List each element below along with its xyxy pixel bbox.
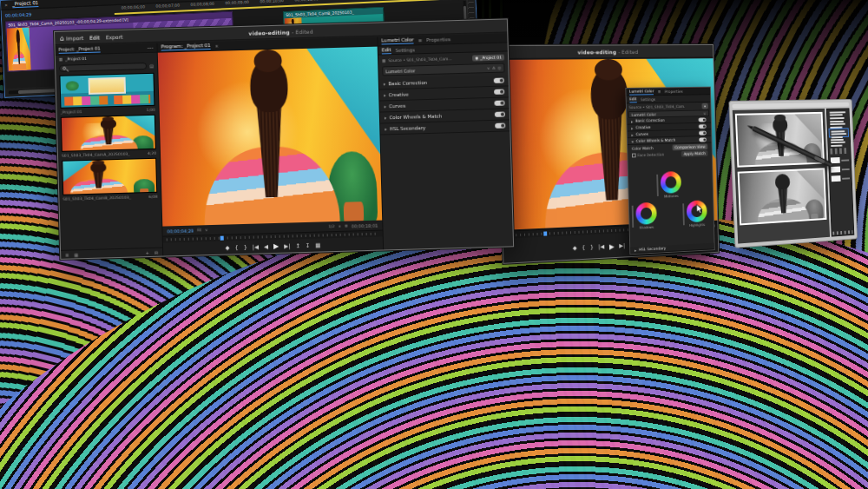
- bin-breadcrumb[interactable]: _Project 01: [65, 56, 87, 62]
- new-folder-icon[interactable]: ▤: [149, 63, 154, 69]
- section-toggle[interactable]: [495, 123, 505, 129]
- section-toggle[interactable]: [494, 101, 504, 106]
- panel-menu-icon[interactable]: ≡: [658, 89, 661, 94]
- section-toggle[interactable]: [699, 124, 707, 129]
- bin-item[interactable]: S01_Sh03_Tk04_CamB_20250103_ 6;08: [62, 158, 157, 202]
- step-forward-icon[interactable]: ▶|: [619, 242, 625, 249]
- preset-select[interactable]: Lumetri Color: [632, 112, 656, 116]
- shadows-wheel[interactable]: [635, 202, 657, 225]
- section-label: Creative: [389, 92, 409, 98]
- layer-row[interactable]: [831, 166, 850, 173]
- brush-preset[interactable]: [829, 137, 849, 147]
- brush-preset[interactable]: [828, 109, 848, 119]
- tab-project[interactable]: Project: _Project 01: [59, 46, 101, 54]
- highlights-level-slider[interactable]: [682, 203, 684, 225]
- section-hsl-secondary[interactable]: ▸ HSL Secondary: [630, 243, 714, 254]
- close-icon[interactable]: ✕: [215, 43, 219, 48]
- titlebar[interactable]: video-editing - Edited: [498, 45, 713, 59]
- list-view-icon[interactable]: ≣: [65, 252, 69, 257]
- premiere-window-back[interactable]: video-editing - Edited ◆ { } |◀ ▶ ▶| ↥ ↧…: [497, 44, 720, 264]
- midtones-wheel[interactable]: [661, 171, 681, 194]
- grid-view-icon[interactable]: ▦: [74, 252, 78, 257]
- lift-icon[interactable]: ↥: [295, 242, 300, 249]
- caret-down-icon: ∨: [205, 228, 207, 232]
- layer-row[interactable]: [832, 175, 851, 182]
- source-clip-label[interactable]: Source • S01_Sh03_Tk04_Cam…: [388, 56, 452, 63]
- section-toggle[interactable]: [699, 137, 707, 142]
- mark-out-icon[interactable]: }: [590, 244, 594, 251]
- step-back-icon[interactable]: |◀: [253, 243, 259, 250]
- menu-export[interactable]: Export: [106, 33, 123, 40]
- delete-icon[interactable]: ⊟: [155, 249, 158, 254]
- project-chip-button[interactable]: ◉ _Project 01: [472, 55, 504, 62]
- play-icon[interactable]: ▶: [273, 242, 279, 250]
- ruler-label: 00;00;08;00: [190, 2, 214, 7]
- section-toggle[interactable]: [699, 117, 707, 122]
- step-forward-icon[interactable]: ▶|: [284, 242, 290, 249]
- storyboard-frame[interactable]: [738, 168, 827, 225]
- export-frame-icon[interactable]: ▦: [315, 241, 320, 248]
- midtones-level-slider[interactable]: [656, 175, 658, 196]
- bin-item[interactable]: _Project 01 1;00: [59, 73, 155, 116]
- menu-import[interactable]: Import: [66, 35, 83, 42]
- subtab-settings[interactable]: Settings: [395, 47, 415, 53]
- tab-lumetri-color[interactable]: Lumetri Color: [629, 89, 654, 95]
- apply-match-button[interactable]: Apply Match: [681, 150, 708, 157]
- source-clip-label[interactable]: Source • S01_Sh03_Tk04_Cam…: [629, 104, 685, 109]
- tab-program[interactable]: Program: _Project 01: [161, 43, 210, 51]
- playhead-marker[interactable]: [543, 232, 547, 236]
- grid-view-icon[interactable]: ▦: [59, 57, 62, 62]
- auto-icon[interactable]: A: [492, 66, 495, 70]
- mark-in-icon[interactable]: {: [582, 244, 585, 251]
- playhead-marker[interactable]: [220, 236, 223, 241]
- bin-item[interactable]: S01_Sh03_Tk04_CamA_20250103_ 4;20: [61, 115, 156, 159]
- section-toggle[interactable]: [495, 112, 505, 117]
- marker-icon[interactable]: ◆: [573, 245, 577, 252]
- panel-menu-icon[interactable]: ≡: [418, 37, 423, 43]
- play-icon[interactable]: ▶: [609, 242, 615, 250]
- tab-properties[interactable]: Properties: [426, 36, 450, 43]
- face-detection-checkbox[interactable]: [632, 153, 636, 157]
- subtab-edit[interactable]: Edit: [382, 47, 391, 54]
- mark-in-icon[interactable]: {: [234, 244, 238, 251]
- extract-icon[interactable]: ↧: [306, 241, 311, 248]
- section-toggle[interactable]: [494, 89, 504, 95]
- photoshop-window[interactable]: [728, 99, 858, 248]
- timecode-current[interactable]: 00;00;04;29: [167, 228, 194, 234]
- subtab-edit[interactable]: Edit: [629, 96, 636, 102]
- preset-select[interactable]: Lumetri Color: [385, 68, 415, 74]
- tab-lumetri-color[interactable]: Lumetri Color: [381, 36, 413, 44]
- menu-edit[interactable]: Edit: [89, 34, 100, 40]
- section-hsl-secondary[interactable]: ▸ HSL Secondary: [380, 120, 510, 135]
- new-item-icon[interactable]: +: [146, 250, 149, 255]
- search-input[interactable]: [59, 63, 147, 72]
- marker-icon[interactable]: ◆: [225, 244, 229, 251]
- layer-row[interactable]: [831, 157, 850, 164]
- back-icon[interactable]: ◀: [264, 243, 268, 250]
- tab-properties[interactable]: Properties: [665, 89, 683, 93]
- shadows-level-slider[interactable]: [632, 206, 635, 228]
- premiere-window-main[interactable]: ⌂ Import Edit Export video-editing - Edi…: [54, 18, 514, 260]
- more-options-icon[interactable]: •••: [147, 45, 153, 50]
- step-back-icon[interactable]: |◀: [598, 243, 604, 250]
- bin-item-name: S01_Sh03_Tk04_CamA_20250103_: [62, 151, 130, 157]
- brush-preset-selected[interactable]: [829, 128, 849, 137]
- tab-sequence[interactable]: _Project 01: [12, 0, 39, 8]
- fit-dropdown[interactable]: Fit: [197, 228, 201, 232]
- resolution-dropdown[interactable]: 1/2: [328, 224, 334, 228]
- clip-selector-chip[interactable]: ▾: [701, 103, 707, 109]
- timeline-timecode[interactable]: 00;00;04;29: [2, 11, 36, 18]
- comparison-view-button[interactable]: Comparison View: [672, 143, 707, 150]
- subtab-settings[interactable]: Settings: [641, 97, 655, 102]
- brush-preset[interactable]: [828, 119, 848, 129]
- close-icon[interactable]: ✕: [4, 3, 8, 7]
- section-toggle[interactable]: [494, 78, 504, 83]
- canvas-area: [733, 109, 830, 244]
- eye-icon[interactable]: ◎: [497, 66, 501, 70]
- timecode-total: 00;00;18;01: [352, 222, 378, 228]
- caret-down-icon: ∨: [487, 66, 490, 70]
- settings-wrench-icon[interactable]: ⚙: [345, 224, 348, 228]
- mark-out-icon[interactable]: }: [244, 243, 247, 250]
- section-toggle[interactable]: [699, 130, 707, 135]
- panel-icons-row: [830, 148, 849, 154]
